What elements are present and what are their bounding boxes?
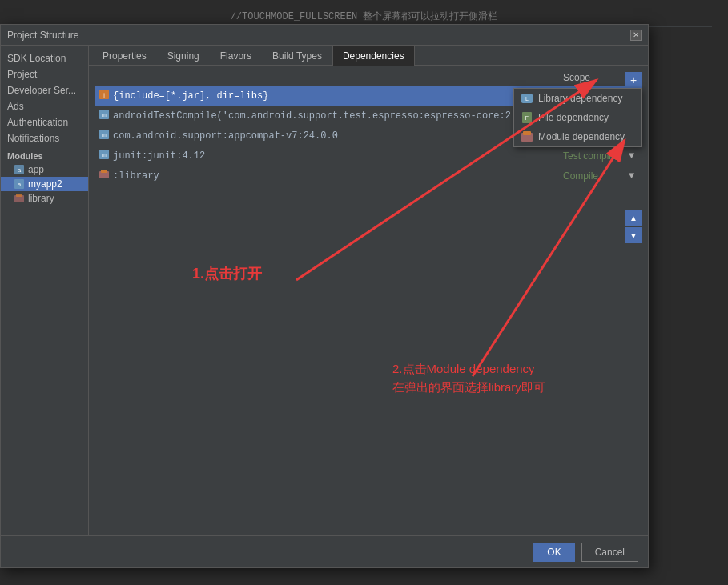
dep-text-4: :library bbox=[113, 170, 557, 182]
dep-icon-1: m bbox=[99, 109, 113, 123]
dialog-titlebar: Project Structure ✕ bbox=[1, 25, 648, 46]
app-module-icon: a bbox=[14, 164, 25, 175]
svg-rect-11 bbox=[523, 131, 531, 135]
dep-row-3[interactable]: m junit:junit:4.12 Test compile ▼ bbox=[95, 146, 642, 166]
dep-icon-2: m bbox=[99, 129, 113, 143]
sidebar-item-library[interactable]: library bbox=[1, 191, 88, 206]
dialog-title: Project Structure bbox=[7, 30, 78, 41]
add-dependency-dropdown: L Library dependency F File dependenc bbox=[513, 88, 642, 147]
dep-text-1: androidTestCompile('com.android.support.… bbox=[113, 110, 566, 122]
dependencies-panel: Scope + L Library dependency bbox=[89, 66, 648, 535]
svg-rect-5 bbox=[16, 194, 22, 197]
svg-text:m: m bbox=[102, 132, 107, 138]
cancel-button[interactable]: Cancel bbox=[581, 543, 638, 562]
svg-text:a: a bbox=[18, 181, 22, 188]
tab-properties[interactable]: Properties bbox=[92, 46, 157, 66]
ok-button[interactable]: OK bbox=[533, 543, 574, 562]
sidebar-item-notifications[interactable]: Notifications bbox=[1, 130, 88, 146]
project-structure-dialog: Project Structure ✕ SDK Location Project… bbox=[0, 24, 649, 568]
myapp2-module-icon: a bbox=[14, 178, 25, 190]
modules-section-label: Modules bbox=[1, 146, 88, 162]
dropdown-item-module[interactable]: Module dependency bbox=[514, 127, 641, 146]
scope-arrow-3[interactable]: ▼ bbox=[629, 150, 638, 162]
dep-scope-4: Compile bbox=[557, 170, 629, 182]
sidebar-item-authentication[interactable]: Authentication bbox=[1, 114, 88, 130]
library-label: library bbox=[28, 193, 54, 204]
tab-flavors[interactable]: Flavors bbox=[210, 46, 262, 66]
move-up-button[interactable]: ▲ bbox=[625, 210, 642, 226]
app-label: app bbox=[28, 164, 44, 175]
sidebar-item-myapp2[interactable]: a myapp2 bbox=[1, 177, 88, 191]
svg-text:m: m bbox=[102, 112, 107, 118]
library-module-icon bbox=[14, 193, 25, 204]
svg-text:F: F bbox=[525, 115, 529, 121]
scope-column-header: Scope bbox=[563, 72, 590, 83]
tab-dependencies[interactable]: Dependencies bbox=[332, 46, 415, 66]
move-down-button[interactable]: ▼ bbox=[625, 227, 642, 243]
dep-icon-3: m bbox=[99, 149, 113, 163]
main-content: Properties Signing Flavors Build Types D… bbox=[89, 46, 648, 535]
dep-text-3: junit:junit:4.12 bbox=[113, 150, 557, 162]
myapp2-label: myapp2 bbox=[28, 178, 62, 190]
sidebar-item-developer-ser[interactable]: Developer Ser... bbox=[1, 82, 88, 98]
sidebar-item-app[interactable]: a app bbox=[1, 162, 88, 177]
reorder-buttons: ▲ ▼ bbox=[625, 210, 642, 243]
tab-signing[interactable]: Signing bbox=[157, 46, 210, 66]
file-dep-icon: F bbox=[521, 111, 533, 124]
svg-text:j: j bbox=[103, 92, 105, 98]
scope-arrow-4[interactable]: ▼ bbox=[629, 170, 638, 182]
dep-row-4[interactable]: :library Compile ▼ bbox=[95, 166, 642, 186]
sidebar-item-ads[interactable]: Ads bbox=[1, 98, 88, 114]
sidebar-item-project[interactable]: Project bbox=[1, 66, 88, 82]
tabs-bar: Properties Signing Flavors Build Types D… bbox=[89, 46, 648, 66]
dep-text-2: com.android.support:appcompat-v7:24.0.0 bbox=[113, 130, 557, 142]
module-dep-icon bbox=[521, 130, 533, 143]
library-dep-icon: L bbox=[521, 92, 533, 105]
dep-icon-0: j bbox=[99, 89, 113, 103]
tab-build-types[interactable]: Build Types bbox=[262, 46, 332, 66]
dropdown-item-library[interactable]: L Library dependency bbox=[514, 89, 641, 108]
module-dep-label: Module dependency bbox=[538, 131, 625, 142]
dep-scope-3: Test compile bbox=[557, 150, 629, 162]
dialog-footer: OK Cancel bbox=[1, 535, 648, 567]
dropdown-item-file[interactable]: F File dependency bbox=[514, 108, 641, 127]
sidebar-item-sdk-location[interactable]: SDK Location bbox=[1, 50, 88, 66]
dep-icon-4 bbox=[99, 169, 113, 183]
file-dep-label: File dependency bbox=[538, 112, 609, 123]
deps-header: Scope bbox=[95, 72, 642, 83]
svg-text:m: m bbox=[102, 152, 107, 158]
add-dependency-button[interactable]: + bbox=[625, 72, 642, 88]
svg-text:a: a bbox=[18, 166, 22, 174]
dialog-body: SDK Location Project Developer Ser... Ad… bbox=[1, 46, 648, 535]
svg-rect-21 bbox=[101, 170, 107, 173]
dep-text-0: {include=[*.jar], dir=libs} bbox=[113, 90, 557, 102]
close-button[interactable]: ✕ bbox=[630, 30, 642, 41]
svg-text:L: L bbox=[525, 96, 529, 102]
library-dep-label: Library dependency bbox=[538, 93, 622, 104]
sidebar: SDK Location Project Developer Ser... Ad… bbox=[1, 46, 89, 535]
